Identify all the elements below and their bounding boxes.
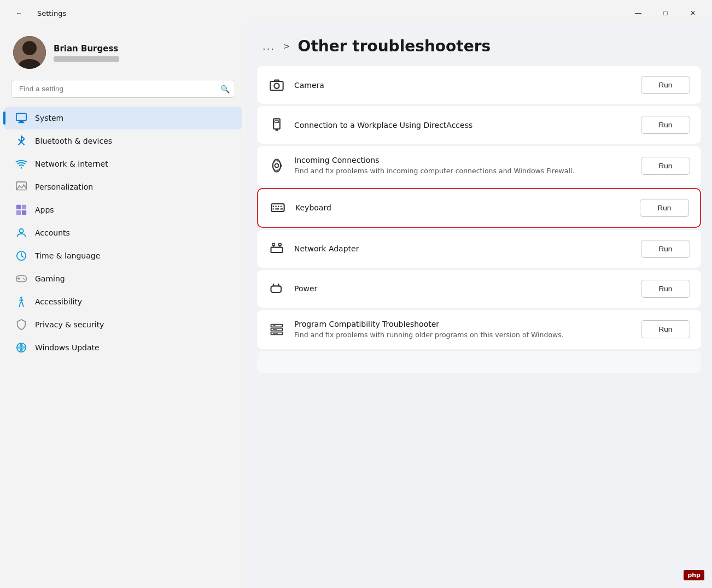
svg-rect-10 bbox=[16, 210, 21, 215]
user-section: Brian Burgess bbox=[0, 31, 246, 80]
program-compat-icon bbox=[268, 321, 285, 338]
svg-rect-31 bbox=[275, 206, 276, 207]
power-info: Power bbox=[294, 284, 632, 293]
main-content: ... > Other troubleshooters Camera Run bbox=[246, 22, 712, 588]
search-input[interactable] bbox=[11, 80, 235, 98]
sidebar-item-accounts[interactable]: Accounts bbox=[4, 221, 242, 244]
search-icon: 🔍 bbox=[220, 85, 230, 93]
keyboard-icon bbox=[269, 199, 287, 216]
svg-rect-9 bbox=[22, 205, 26, 209]
page-title: Other troubleshooters bbox=[298, 37, 491, 55]
keyboard-card: Keyboard Run bbox=[257, 188, 701, 228]
sidebar-item-privacy[interactable]: Privacy & security bbox=[4, 313, 242, 336]
program-compat-run-button[interactable]: Run bbox=[641, 320, 690, 338]
privacy-label: Privacy & security bbox=[35, 320, 104, 329]
svg-point-27 bbox=[275, 164, 279, 168]
program-compat-info: Program Compatibility Troubleshooter Fin… bbox=[294, 320, 632, 340]
svg-point-17 bbox=[23, 278, 24, 279]
power-run-button[interactable]: Run bbox=[641, 280, 690, 298]
keyboard-info: Keyboard bbox=[295, 203, 631, 212]
sidebar-item-system[interactable]: System bbox=[4, 107, 242, 130]
sidebar-item-windows-update[interactable]: Windows Update bbox=[4, 336, 242, 359]
close-button[interactable]: ✕ bbox=[680, 4, 705, 22]
power-icon bbox=[268, 280, 285, 297]
accounts-label: Accounts bbox=[35, 228, 70, 237]
sidebar-item-time[interactable]: Time & language bbox=[4, 244, 242, 267]
svg-point-6 bbox=[21, 167, 22, 169]
accounts-icon bbox=[15, 227, 27, 239]
bluetooth-label: Bluetooth & devices bbox=[35, 137, 112, 145]
network-label: Network & internet bbox=[35, 160, 108, 168]
privacy-icon bbox=[15, 319, 27, 331]
keyboard-run-button[interactable]: Run bbox=[640, 199, 689, 217]
svg-rect-3 bbox=[16, 114, 26, 121]
time-icon bbox=[15, 250, 27, 262]
apps-icon bbox=[15, 204, 27, 216]
svg-rect-29 bbox=[271, 204, 284, 211]
breadcrumb-dots: ... bbox=[262, 40, 275, 52]
svg-point-23 bbox=[274, 83, 279, 88]
incoming-card: Incoming Connections Find and fix proble… bbox=[257, 146, 701, 186]
svg-rect-40 bbox=[272, 244, 275, 246]
gaming-icon bbox=[15, 273, 27, 285]
system-label: System bbox=[35, 114, 63, 122]
incoming-info: Incoming Connections Find and fix proble… bbox=[294, 156, 632, 176]
sidebar-item-bluetooth[interactable]: Bluetooth & devices bbox=[4, 130, 242, 152]
network-adapter-icon bbox=[268, 240, 285, 257]
incoming-desc: Find and fix problems with incoming comp… bbox=[294, 166, 632, 176]
back-button[interactable]: ← bbox=[7, 4, 32, 22]
svg-rect-45 bbox=[271, 324, 283, 327]
workplace-card: Connection to a Workplace Using DirectAc… bbox=[257, 106, 701, 144]
accessibility-icon bbox=[15, 296, 27, 308]
svg-rect-11 bbox=[22, 210, 26, 215]
apps-label: Apps bbox=[35, 205, 54, 214]
maximize-button[interactable]: □ bbox=[653, 4, 678, 22]
app-title: Settings bbox=[37, 9, 66, 17]
svg-rect-34 bbox=[273, 208, 274, 209]
sidebar-item-accessibility[interactable]: Accessibility bbox=[4, 290, 242, 313]
program-compat-title: Program Compatibility Troubleshooter bbox=[294, 320, 632, 328]
workplace-icon bbox=[268, 116, 285, 134]
camera-title: Camera bbox=[294, 81, 632, 90]
search-box: 🔍 bbox=[11, 80, 235, 98]
camera-icon bbox=[268, 77, 285, 94]
svg-rect-25 bbox=[275, 120, 279, 122]
sidebar-item-personalization[interactable]: Personalization bbox=[4, 175, 242, 198]
more-card bbox=[257, 351, 701, 373]
sidebar-item-network[interactable]: Network & internet bbox=[4, 152, 242, 175]
php-badge: php bbox=[684, 570, 704, 580]
windows-update-label: Windows Update bbox=[35, 343, 100, 352]
svg-rect-24 bbox=[273, 119, 280, 129]
workplace-run-button[interactable]: Run bbox=[641, 116, 690, 134]
camera-run-button[interactable]: Run bbox=[641, 76, 690, 94]
sidebar-item-apps[interactable]: Apps bbox=[4, 198, 242, 221]
svg-rect-5 bbox=[19, 122, 25, 123]
app-body: Brian Burgess 🔍 System bbox=[0, 22, 712, 588]
network-icon bbox=[15, 158, 27, 170]
svg-point-12 bbox=[19, 229, 23, 233]
network-adapter-title: Network Adapter bbox=[294, 244, 632, 253]
user-info: Brian Burgess bbox=[54, 44, 119, 62]
minimize-button[interactable]: — bbox=[626, 4, 651, 22]
svg-point-18 bbox=[24, 279, 25, 280]
system-icon bbox=[15, 112, 27, 124]
content-scroll[interactable]: Camera Run Connection to a Workplace Usi… bbox=[246, 66, 712, 588]
avatar-svg bbox=[13, 36, 46, 69]
svg-rect-8 bbox=[16, 205, 21, 209]
avatar bbox=[13, 36, 46, 69]
workplace-title: Connection to a Workplace Using DirectAc… bbox=[294, 121, 632, 130]
keyboard-title: Keyboard bbox=[295, 203, 631, 212]
sidebar-item-gaming[interactable]: Gaming bbox=[4, 267, 242, 290]
network-adapter-run-button[interactable]: Run bbox=[641, 240, 690, 258]
program-compat-card: Program Compatibility Troubleshooter Fin… bbox=[257, 310, 701, 350]
svg-rect-36 bbox=[281, 208, 283, 209]
personalization-label: Personalization bbox=[35, 183, 93, 191]
incoming-run-button[interactable]: Run bbox=[641, 157, 690, 175]
bluetooth-icon bbox=[15, 135, 27, 147]
svg-rect-42 bbox=[271, 286, 282, 292]
svg-point-1 bbox=[22, 41, 37, 55]
gaming-label: Gaming bbox=[35, 274, 65, 283]
window-controls: — □ ✕ bbox=[626, 4, 705, 22]
program-compat-desc: Find and fix problems with running older… bbox=[294, 330, 632, 340]
user-subtitle bbox=[54, 56, 119, 62]
